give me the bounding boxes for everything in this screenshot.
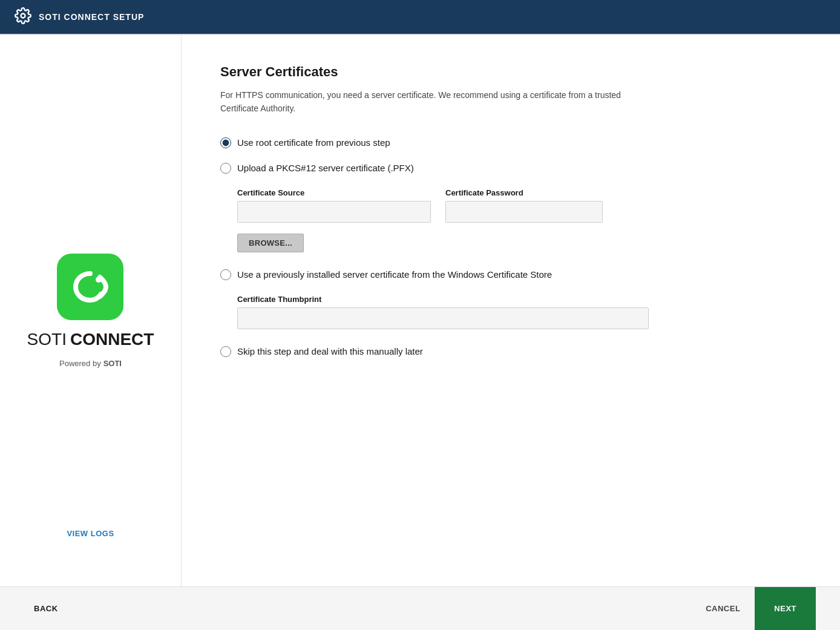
page-description: For HTTPS communication, you need a serv… <box>220 88 632 116</box>
cert-source-group: Certificate Source <box>237 188 431 223</box>
cert-thumbprint-input[interactable] <box>237 307 649 329</box>
option-skip-label: Skip this step and deal with this manual… <box>237 346 423 356</box>
thumbprint-sub-section: Certificate Thumbprint <box>237 295 801 329</box>
radio-skip[interactable] <box>220 346 231 357</box>
back-button[interactable]: BACK <box>24 598 68 619</box>
pkcs-sub-section: Certificate Source Certificate Password … <box>237 188 801 252</box>
soti-icon <box>57 254 123 320</box>
option-windows-store[interactable]: Use a previously installed server certif… <box>220 269 801 280</box>
radio-upload-pkcs[interactable] <box>220 163 231 174</box>
cert-thumbprint-group: Certificate Thumbprint <box>237 295 801 329</box>
cert-source-input[interactable] <box>237 201 431 223</box>
cert-password-group: Certificate Password <box>445 188 603 223</box>
svg-point-0 <box>21 14 25 18</box>
cert-password-input[interactable] <box>445 201 603 223</box>
cert-thumbprint-label: Certificate Thumbprint <box>237 295 801 304</box>
app-header: SOTI CONNECT SETUP <box>0 0 840 34</box>
powered-by: Powered by SOTI <box>59 359 122 368</box>
cancel-button[interactable]: CANCEL <box>691 598 755 619</box>
option-skip[interactable]: Skip this step and deal with this manual… <box>220 346 801 357</box>
option-use-root[interactable]: Use root certificate from previous step <box>220 137 801 148</box>
radio-use-root[interactable] <box>220 137 231 148</box>
option-use-root-label: Use root certificate from previous step <box>237 137 390 148</box>
cert-fields-row: Certificate Source Certificate Password <box>237 188 801 223</box>
cert-password-label: Certificate Password <box>445 188 603 197</box>
option-upload-pkcs[interactable]: Upload a PKCS#12 server certificate (.PF… <box>220 163 801 174</box>
browse-button[interactable]: BROWSE... <box>237 234 304 252</box>
footer-left: BACK <box>24 598 68 619</box>
cert-source-label: Certificate Source <box>237 188 431 197</box>
footer: BACK CANCEL NEXT <box>0 586 840 630</box>
sidebar: SOTI CONNECT Powered by SOTI VIEW LOGS <box>0 35 182 586</box>
footer-right: CANCEL NEXT <box>691 587 816 631</box>
next-button[interactable]: NEXT <box>755 587 816 631</box>
page-title: Server Certificates <box>220 64 801 80</box>
brand-logo: SOTI CONNECT Powered by SOTI <box>27 254 154 368</box>
content-panel: Server Certificates For HTTPS communicat… <box>182 35 840 586</box>
gear-icon <box>15 7 31 27</box>
view-logs-link[interactable]: VIEW LOGS <box>67 529 114 538</box>
main-body: SOTI CONNECT Powered by SOTI VIEW LOGS S… <box>0 34 840 586</box>
option-upload-pkcs-label: Upload a PKCS#12 server certificate (.PF… <box>237 163 414 173</box>
radio-windows-store[interactable] <box>220 269 231 280</box>
option-windows-store-label: Use a previously installed server certif… <box>237 269 552 280</box>
svg-point-1 <box>96 277 102 283</box>
brand-name: SOTI CONNECT <box>27 330 154 349</box>
header-title: SOTI CONNECT SETUP <box>39 12 144 22</box>
